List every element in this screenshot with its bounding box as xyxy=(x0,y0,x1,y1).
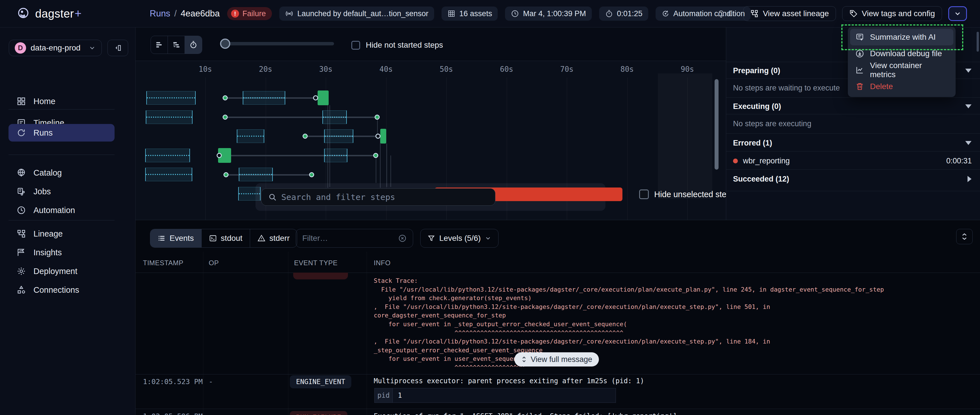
col-header-timestamp: TIMESTAMP xyxy=(143,259,183,267)
menu-item-delete[interactable]: Delete xyxy=(850,78,953,95)
section-executing[interactable]: Executing (0) xyxy=(733,101,972,112)
collapse-sidebar-button[interactable] xyxy=(107,40,128,56)
gantt-step-node xyxy=(375,115,380,120)
gantt-scrollbar[interactable] xyxy=(714,79,719,170)
chevron-expanded-icon xyxy=(965,104,972,109)
view-tags-and-config-button[interactable]: View tags and config xyxy=(842,6,942,21)
tab-stderr[interactable]: stderr xyxy=(250,229,297,247)
hide-unselected-checkbox[interactable] xyxy=(639,190,649,199)
gantt-step-not-started[interactable] xyxy=(145,168,192,181)
event-op: - xyxy=(209,378,213,386)
menu-item-view-container-metrics[interactable]: View container metrics xyxy=(850,62,953,78)
gantt-step-succeeded[interactable] xyxy=(380,129,386,144)
window-scrollbar[interactable] xyxy=(977,32,979,52)
chevron-down-icon xyxy=(485,235,492,242)
home-icon xyxy=(16,96,26,106)
gantt-axis-tick: 60s xyxy=(500,65,513,73)
view-asset-lineage-button[interactable]: View asset lineage xyxy=(743,6,836,21)
sidebar-item-connections[interactable]: Connections xyxy=(8,281,115,299)
gantt-axis-tick: 50s xyxy=(440,65,453,73)
sidebar-item-catalog[interactable]: Catalog xyxy=(8,164,115,182)
section-errored[interactable]: Errored (1) xyxy=(733,138,972,148)
hide-not-started-checkbox[interactable] xyxy=(352,41,360,49)
menu-item-download-debug-file[interactable]: Download debug file xyxy=(850,45,953,62)
view-full-message-button[interactable]: View full message xyxy=(514,352,599,367)
event-type-badge: ENGINE_EVENT xyxy=(290,375,352,388)
gantt-dependency-line xyxy=(225,117,377,118)
gantt-step-not-started[interactable] xyxy=(146,91,196,105)
sidebar-divider xyxy=(8,220,115,220)
gantt-zoom-slider[interactable] xyxy=(221,42,334,45)
view-duration-button[interactable] xyxy=(185,36,202,54)
gantt-axis-tick: 20s xyxy=(259,65,272,73)
sidebar-item-insights[interactable]: Insights xyxy=(8,244,115,261)
notifications-button[interactable]: 0 xyxy=(712,6,737,21)
workspace-selector[interactable]: D data-eng-prod xyxy=(9,40,102,56)
status-badge: ! Failure xyxy=(227,7,272,20)
gantt-step-not-started[interactable] xyxy=(146,110,192,124)
breadcrumb-runs-link[interactable]: Runs xyxy=(150,8,170,19)
gantt-step-node xyxy=(375,134,380,139)
section-succeeded[interactable]: Succeeded (12) xyxy=(733,174,972,184)
sidebar-item-runs[interactable]: Runs xyxy=(8,124,115,142)
sidebar-item-home[interactable]: Home xyxy=(8,93,115,110)
header-main: Runs / 4eae6dba ! Failure Launched by de… xyxy=(135,6,712,21)
event-timestamp: 1:02:05.596 PM xyxy=(143,412,203,415)
run-actions-menu-button[interactable] xyxy=(948,6,967,21)
gantt-view-mode-group xyxy=(151,36,202,54)
tab-events[interactable]: Events xyxy=(150,229,202,247)
gantt-step-not-started[interactable] xyxy=(237,129,264,143)
sidebar-item-lineage[interactable]: Lineage xyxy=(8,225,115,243)
sidebar-divider xyxy=(8,109,115,110)
event-list-icon xyxy=(158,234,165,242)
gantt-axis-tick: 90s xyxy=(681,65,694,73)
gantt-step-not-started[interactable] xyxy=(239,168,273,181)
view-waterfall-button[interactable] xyxy=(168,36,185,54)
gantt-step-not-started[interactable] xyxy=(145,148,190,162)
clock-icon xyxy=(511,10,519,18)
terminal-icon xyxy=(209,234,217,242)
run-tag-stopwatch: 0:01:25 xyxy=(599,6,648,21)
menu-item-summarize-with-ai[interactable]: Summarize with AI xyxy=(850,29,953,45)
gantt-step-not-started[interactable] xyxy=(324,129,353,143)
gantt-step-not-started[interactable] xyxy=(324,148,347,162)
sidebar-item-automation[interactable]: Automation xyxy=(8,201,115,219)
sidebar-item-jobs[interactable]: Jobs xyxy=(8,183,115,200)
event-metadata-table: pid 1 xyxy=(374,388,616,403)
gantt-step-not-started[interactable] xyxy=(322,110,347,124)
slider-knob[interactable] xyxy=(220,38,230,49)
sidebar-divider xyxy=(8,155,115,155)
step-failure-badge-partial xyxy=(293,273,348,279)
chart-line-icon xyxy=(855,65,864,75)
resize-panel-button[interactable] xyxy=(956,229,973,244)
sidebar-item-deployment[interactable]: Deployment xyxy=(8,262,115,280)
chevron-down-icon xyxy=(89,44,96,52)
gantt-dependency-line xyxy=(377,117,378,135)
event-info: Multiprocess executor: parent process ex… xyxy=(374,377,644,385)
gantt-step-succeeded[interactable] xyxy=(318,91,329,105)
up-down-chevrons-icon xyxy=(961,232,968,241)
clear-filter-icon[interactable] xyxy=(398,234,407,243)
step-duration: 0:00:31 xyxy=(946,156,972,165)
step-name: wbr_reporting xyxy=(743,156,946,165)
executing-empty-text: No steps are executing xyxy=(733,120,811,128)
view-flat-button[interactable] xyxy=(151,36,168,54)
gantt-step-not-started[interactable] xyxy=(243,91,285,105)
event-info: Execution of run for "__ASSET_JOB" faile… xyxy=(374,412,681,415)
tab-stdout[interactable]: stdout xyxy=(202,229,250,247)
funnel-icon xyxy=(427,234,435,242)
gantt-step-node xyxy=(302,134,308,139)
log-filter-input[interactable]: Filter… xyxy=(296,229,413,247)
logo[interactable]: dagster+ xyxy=(0,6,135,21)
workspace-avatar: D xyxy=(15,42,26,54)
col-header-info: INFO xyxy=(374,259,390,267)
search-icon xyxy=(268,193,277,201)
assets-grid-icon xyxy=(447,10,456,18)
gantt-axis-tick: 10s xyxy=(199,65,212,73)
levels-filter-button[interactable]: Levels (5/6) xyxy=(420,229,498,247)
step-search-input[interactable]: Search and filter steps xyxy=(261,188,495,206)
errored-step-row[interactable]: wbr_reporting 0:00:31 xyxy=(726,156,980,166)
gantt-step-node xyxy=(373,153,378,158)
hide-not-started-toggle[interactable]: Hide not started steps xyxy=(352,41,443,49)
header-actions: 0 View asset lineage View tags and co xyxy=(712,6,980,21)
